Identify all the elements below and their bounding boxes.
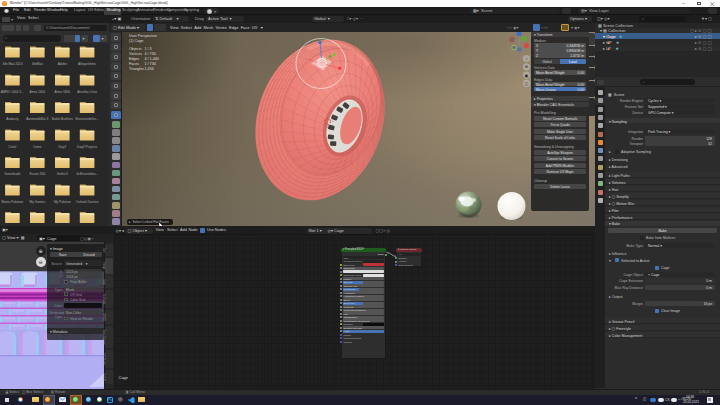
svg-text:User Perspective: User Perspective [129,33,157,37]
svg-text:DayZ Projects: DayZ Projects [77,145,97,149]
svg-text:My Games: My Games [30,200,46,204]
svg-text:Outlook Dateien: Outlook Dateien [76,200,99,204]
svg-text:Battle Brothers: Battle Brothers [52,117,73,121]
svg-text:AMRO 1404 X...: AMRO 1404 X... [1,90,24,94]
svg-text:Corel: Corel [9,145,17,149]
svg-text:Faces: Faces [129,61,139,65]
svg-text:Mainu Pakistan: Mainu Pakistan [2,200,24,204]
svg-text:⌕: ⌕ [525,56,527,61]
svg-text:Triangles: Triangles [129,66,144,70]
svg-text:My Paketan: My Paketan [54,200,71,204]
svg-text:Allegorithmic: Allegorithmic [78,62,97,66]
svg-text:Benutzerdefini...: Benutzerdefini... [76,117,99,121]
svg-text:4 / 730: 4 / 730 [145,51,156,55]
svg-text:Audacity: Audacity [6,117,19,121]
svg-text:4 / 1,440: 4 / 1,440 [145,56,159,60]
svg-text:◫: ◫ [525,80,529,85]
svg-text:DayZ: DayZ [58,145,66,149]
svg-text:(1) Cage: (1) Cage [129,38,143,42]
svg-text:Vertices: Vertices [129,51,142,55]
svg-text:⊖: ⊖ [525,64,528,69]
svg-text:3dsMax: 3dsMax [32,62,44,66]
svg-text:Anselka Crina: Anselka Crina [77,90,97,94]
svg-text:▣: ▣ [525,72,529,77]
svg-text:JetBrainsIdea...: JetBrainsIdea... [76,172,98,176]
svg-text:1 / 3: 1 / 3 [145,46,152,50]
svg-text:Adobe: Adobe [58,62,67,66]
svg-text:Edges: Edges [129,56,140,60]
svg-text:Downloads: Downloads [5,172,21,176]
svg-text:Came: Came [33,145,42,149]
svg-text:Objects: Objects [129,46,142,50]
svg-text:1,456: 1,456 [145,66,154,70]
svg-text:AutomatikBck 3: AutomatikBck 3 [26,117,48,121]
svg-text:Gothic3: Gothic3 [57,172,68,176]
svg-text:3ds Max 2020: 3ds Max 2020 [2,62,22,66]
svg-text:1 / 734: 1 / 734 [145,61,156,65]
svg-text:Amro 1800: Amro 1800 [55,90,71,94]
svg-text:Amro 1404: Amro 1404 [30,90,46,94]
svg-text:Fusion 360: Fusion 360 [29,172,45,176]
